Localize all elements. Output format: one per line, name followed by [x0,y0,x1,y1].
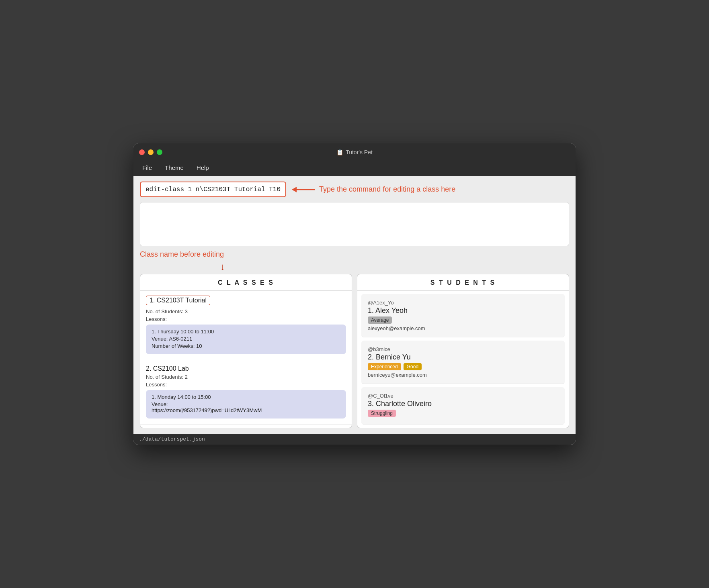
student-2-name: 2. Bernice Yu [368,353,558,361]
class-2-lesson-1-time: 1. Monday 14:00 to 15:00 [152,394,340,400]
app-window: 📋 Tutor's Pet File Theme Help edit-class… [133,143,576,445]
traffic-lights [139,149,162,155]
command-input-text: edit-class 1 n\CS2103T Tutorial T10 [145,186,281,193]
maximize-button[interactable] [157,149,162,155]
menubar: File Theme Help [133,161,576,176]
svg-marker-1 [292,187,297,192]
student-item-2: @b3rnice 2. Bernice Yu Experienced Good … [361,341,565,384]
minimize-button[interactable] [148,149,154,155]
menu-help[interactable]: Help [194,163,211,172]
titlebar: 📋 Tutor's Pet [133,143,576,161]
statusbar: ./data/tutorspet.json [133,434,576,445]
class-1-lessons-label: Lessons: [146,316,346,322]
class-1-lesson-1-weeks: Number of Weeks: 10 [152,343,340,349]
student-3-tags: Struggling [368,410,558,417]
class-2-lesson-1: 1. Monday 14:00 to 15:00 Venue:https://z… [146,390,346,419]
students-panel-body[interactable]: @A1ex_Yo 1. Alex Yeoh Average alexyeoh@e… [357,291,569,428]
class-item-1: 1. CS2103T Tutorial No. of Students: 3 L… [140,291,352,360]
student-2-tag-experienced: Experienced [368,363,401,370]
student-2-tag-good: Good [404,363,422,370]
class-1-lesson-1-venue: Venue: AS6-0211 [152,336,340,342]
left-arrow-icon [292,184,316,195]
student-3-tag-struggling: Struggling [368,410,396,417]
statusbar-path: ./data/tutorspet.json [139,436,205,442]
student-item-1: @A1ex_Yo 1. Alex Yeoh Average alexyeoh@e… [361,294,565,337]
class-2-lessons-label: Lessons: [146,382,346,388]
class-item-2: 2. CS2100 Lab No. of Students: 2 Lessons… [140,360,352,425]
command-row: edit-class 1 n\CS2103T Tutorial T10 Type… [140,182,569,197]
class-2-name: 2. CS2100 Lab [146,365,346,372]
student-1-tags: Average [368,316,558,324]
output-box [140,202,569,246]
class-1-lesson-1: 1. Thursday 10:00 to 11:00 Venue: AS6-02… [146,325,346,354]
panels: C L A S S E S 1. CS2103T Tutorial No. of… [140,274,569,428]
student-3-handle: @C_Ol1ve [368,393,558,399]
main-content: edit-class 1 n\CS2103T Tutorial T10 Type… [133,176,576,434]
student-1-tag-average: Average [368,316,392,324]
student-1-handle: @A1ex_Yo [368,300,558,306]
classes-panel-body[interactable]: 1. CS2103T Tutorial No. of Students: 3 L… [140,291,352,425]
class-1-lesson-1-time: 1. Thursday 10:00 to 11:00 [152,329,340,335]
students-panel: S T U D E N T S @A1ex_Yo 1. Alex Yeoh Av… [357,274,569,428]
class-2-students: No. of Students: 2 [146,374,346,380]
class-1-students: No. of Students: 3 [146,308,346,314]
command-annotation: Type the command for editing a class her… [292,184,455,195]
student-item-3: @C_Ol1ve 3. Charlotte Oliveiro Strugglin… [361,387,565,425]
student-1-email: alexyeoh@example.com [368,325,558,331]
class-1-name: 1. CS2103T Tutorial [150,297,207,304]
student-2-tags: Experienced Good [368,363,558,370]
class-1-name-box: 1. CS2103T Tutorial [146,296,210,305]
command-annotation-text: Type the command for editing a class her… [319,185,455,194]
close-button[interactable] [139,149,145,155]
student-1-name: 1. Alex Yeoh [368,306,558,315]
menu-theme[interactable]: Theme [162,163,186,172]
student-2-handle: @b3rnice [368,346,558,352]
classes-panel-header: C L A S S E S [140,274,352,291]
class-name-before-label: Class name before editing [140,250,569,259]
student-2-email: berniceyu@example.com [368,372,558,378]
classes-panel: C L A S S E S 1. CS2103T Tutorial No. of… [140,274,352,428]
down-arrow-icon: ↓ [220,261,569,272]
command-input-wrapper[interactable]: edit-class 1 n\CS2103T Tutorial T10 [140,182,286,197]
window-title: 📋 Tutor's Pet [336,149,373,155]
students-panel-header: S T U D E N T S [357,274,569,291]
menu-file[interactable]: File [140,163,154,172]
class-2-lesson-1-venue: Venue:https://zoom/j/95317249?)pwd=Ulld2… [152,401,340,413]
student-3-name: 3. Charlotte Oliveiro [368,400,558,408]
title-icon: 📋 [336,149,343,155]
